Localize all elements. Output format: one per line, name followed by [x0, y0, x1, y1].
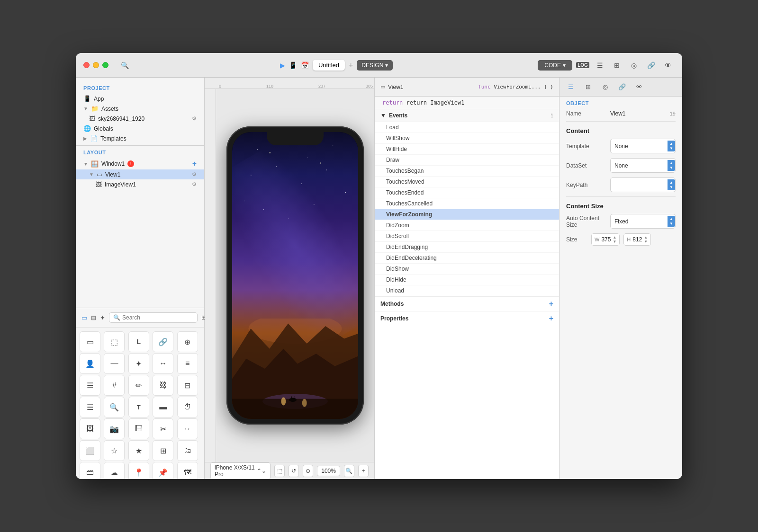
- properties-add-button[interactable]: +: [549, 314, 553, 323]
- sidebar-item-app[interactable]: 📱 App: [76, 94, 204, 104]
- keypath-select[interactable]: ▲ ▼: [610, 177, 676, 192]
- sidebar-item-view1[interactable]: ▼ ▭ View1 ⚙: [76, 169, 204, 179]
- comp-square[interactable]: ⬜: [80, 440, 100, 461]
- link-tab[interactable]: 🔗: [615, 80, 629, 94]
- dataset-select[interactable]: None ▲ ▼: [610, 158, 676, 173]
- sidebar-item-sky[interactable]: 🖼 sky2686941_1920 ⚙: [76, 114, 204, 124]
- target-icon-button[interactable]: ◎: [627, 59, 641, 72]
- comp-pin3[interactable]: 🗺: [177, 462, 198, 479]
- window1-add-icon[interactable]: +: [192, 160, 197, 168]
- toolbar-btn-1[interactable]: ⬚: [274, 465, 285, 477]
- maximize-button[interactable]: [102, 62, 108, 68]
- methods-section-header[interactable]: Methods +: [375, 296, 559, 311]
- comp-camera[interactable]: 📷: [104, 418, 125, 439]
- event-touchesbegan[interactable]: TouchesBegan: [375, 166, 559, 177]
- comp-lines-left[interactable]: ☰: [80, 397, 100, 417]
- event-touchesended[interactable]: TouchesEnded: [375, 187, 559, 198]
- comp-grid-plus[interactable]: ⊞: [153, 440, 173, 461]
- comp-label[interactable]: L: [128, 331, 149, 352]
- code-mode-button[interactable]: CODE ▾: [538, 60, 572, 71]
- comp-image-box[interactable]: 🖼: [80, 418, 100, 439]
- comp-text[interactable]: T: [128, 397, 149, 417]
- comp-circle-plus[interactable]: ⊕: [177, 331, 198, 352]
- comp-magnify[interactable]: 🔍: [104, 397, 125, 417]
- sidebar-item-globals[interactable]: 🌐 Globals: [76, 124, 204, 133]
- comp-star-filled[interactable]: ★: [128, 440, 149, 461]
- target-tab[interactable]: ◎: [598, 80, 612, 94]
- event-didzoom[interactable]: DidZoom: [375, 220, 559, 231]
- comp-person[interactable]: 👤: [80, 353, 100, 374]
- comp-grid-lines[interactable]: ☰: [80, 375, 100, 396]
- event-didhide[interactable]: DidHide: [375, 275, 559, 285]
- comp-arrows[interactable]: ↔: [153, 353, 173, 374]
- run-button[interactable]: ▶: [280, 62, 285, 69]
- event-didenddecelerating[interactable]: DidEndDecelerating: [375, 253, 559, 264]
- minimize-button[interactable]: [93, 62, 99, 68]
- event-willshow[interactable]: WillShow: [375, 133, 559, 144]
- comp-clock[interactable]: ⏱: [177, 397, 198, 417]
- comp-star-outline[interactable]: ☆: [104, 440, 125, 461]
- sidebar-item-window1[interactable]: ▼ 🪟 Window1 ! +: [76, 158, 204, 169]
- eye-icon-button[interactable]: 👁: [661, 59, 675, 72]
- object-tab[interactable]: ☰: [564, 80, 578, 94]
- comp-rectangle[interactable]: ▭: [80, 331, 100, 352]
- event-viewforzooming[interactable]: ViewForZooming: [375, 209, 559, 220]
- list-icon-button[interactable]: ☰: [593, 59, 606, 72]
- comp-scissors[interactable]: ✂: [153, 418, 173, 439]
- design-mode-button[interactable]: DESIGN ▾: [357, 60, 393, 71]
- preview-tab[interactable]: 👁: [632, 80, 646, 94]
- log-button[interactable]: LOG: [576, 59, 589, 72]
- comp-widget-tab[interactable]: ✦: [100, 312, 105, 323]
- layout-tab[interactable]: ⊞: [581, 80, 595, 94]
- global-search-button[interactable]: 🔍: [118, 59, 131, 72]
- comp-layout-tab[interactable]: ⊟: [91, 312, 96, 323]
- comp-pin1[interactable]: 📍: [128, 462, 149, 479]
- comp-rect-wide[interactable]: ▬: [153, 397, 173, 417]
- event-touchescancelled[interactable]: TouchesCancelled: [375, 198, 559, 209]
- tab-untitled[interactable]: Untitled: [313, 60, 345, 71]
- comp-list[interactable]: ≡: [177, 353, 198, 374]
- comp-basic-tab[interactable]: ▭: [81, 312, 87, 323]
- sidebar-item-templates[interactable]: ▶ 📄 Templates: [76, 133, 204, 143]
- event-didenddragging[interactable]: DidEndDragging: [375, 242, 559, 253]
- event-willhide[interactable]: WillHide: [375, 144, 559, 155]
- event-draw[interactable]: Draw: [375, 155, 559, 166]
- event-touchesmoved[interactable]: TouchesMoved: [375, 177, 559, 187]
- toolbar-zoom-search[interactable]: 🔍: [344, 465, 354, 477]
- comp-pin2[interactable]: 📌: [153, 462, 173, 479]
- canvas-content[interactable]: [216, 89, 374, 462]
- properties-section-header[interactable]: Properties +: [375, 311, 559, 326]
- event-load[interactable]: Load: [375, 122, 559, 133]
- comp-cloud[interactable]: ☁: [104, 462, 125, 479]
- device-selector[interactable]: iPhone X/XS/11 Pro ⌃⌄: [210, 462, 271, 479]
- new-tab-button[interactable]: +: [349, 61, 353, 70]
- width-stepper[interactable]: ▲ ▼: [613, 235, 616, 244]
- auto-content-select[interactable]: Fixed ▲ ▼: [610, 214, 676, 229]
- event-unload[interactable]: Unload: [375, 285, 559, 296]
- toolbar-btn-2[interactable]: ↺: [289, 465, 299, 477]
- comp-rounded-rect[interactable]: ⬚: [104, 331, 125, 352]
- layout-icon-button[interactable]: ⊞: [610, 59, 623, 72]
- toolbar-btn-3[interactable]: ⊙: [303, 465, 313, 477]
- methods-add-button[interactable]: +: [549, 300, 553, 308]
- height-stepper[interactable]: ▲ ▼: [644, 235, 648, 244]
- comp-link[interactable]: 🔗: [153, 331, 173, 352]
- sidebar-item-imageview1[interactable]: 🖼 ImageView1 ⚙: [76, 179, 204, 189]
- size-width-input[interactable]: W 375 ▲ ▼: [591, 233, 620, 246]
- event-didscroll[interactable]: DidScroll: [375, 231, 559, 242]
- close-button[interactable]: [83, 62, 90, 68]
- comp-film[interactable]: 🎞: [128, 418, 149, 439]
- toolbar-add-btn[interactable]: +: [358, 465, 369, 477]
- comp-expand[interactable]: ↔: [177, 418, 198, 439]
- comp-minus-box[interactable]: ⊟: [177, 375, 198, 396]
- size-height-input[interactable]: H 812 ▲ ▼: [623, 233, 651, 246]
- comp-line[interactable]: —: [104, 353, 125, 374]
- template-select[interactable]: None ▲ ▼: [610, 139, 676, 153]
- events-section-header[interactable]: ▼ Events 1: [375, 109, 559, 122]
- event-didshow[interactable]: DidShow: [375, 264, 559, 275]
- comp-cylinder[interactable]: 🗃: [80, 462, 100, 479]
- comp-layers[interactable]: 🗂: [177, 440, 198, 461]
- component-search-input[interactable]: [122, 314, 193, 321]
- link-icon-button[interactable]: 🔗: [644, 59, 658, 72]
- comp-hash[interactable]: #: [104, 375, 125, 396]
